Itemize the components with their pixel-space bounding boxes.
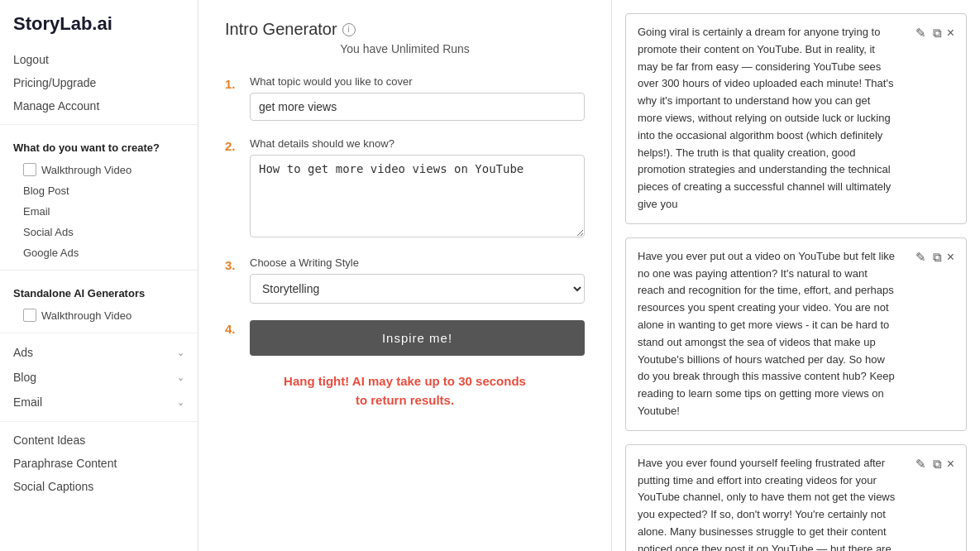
email-label: Email [23, 205, 50, 218]
sidebar-item-blog-post[interactable]: Blog Post [0, 180, 198, 201]
sidebar-item-walkthrough-video[interactable]: Walkthrough Video [0, 159, 198, 180]
step-1: 1. What topic would you like to cover [225, 75, 585, 121]
pricing-link[interactable]: Pricing/Upgrade [0, 71, 198, 94]
edit-icon-3[interactable]: ✎ [914, 455, 928, 473]
checkbox-standalone-walkthrough[interactable] [23, 309, 36, 322]
blog-chevron-icon: ⌄ [177, 372, 184, 383]
unlimited-label: You have Unlimited Runs [225, 42, 585, 55]
close-icon-1[interactable]: × [947, 26, 954, 41]
email-chevron-icon: ⌄ [177, 397, 184, 408]
result-text-3: Have you ever found yourself feeling fru… [638, 455, 896, 551]
manage-account-link[interactable]: Manage Account [0, 94, 198, 117]
result-text-1: Going viral is certainly a dream for any… [638, 24, 896, 213]
divider-4 [0, 421, 198, 422]
google-ads-label: Google Ads [23, 247, 79, 259]
writing-style-select[interactable]: Storytelling Informative Conversational … [250, 274, 585, 304]
paraphrase-content-link[interactable]: Paraphrase Content [0, 452, 198, 475]
email-collapse-label: Email [13, 395, 42, 409]
result-card-2: Have you ever put out a video on YouTube… [625, 237, 967, 431]
close-icon-2[interactable]: × [947, 250, 954, 265]
social-captions-link[interactable]: Social Captions [0, 475, 198, 498]
page-title-row: Intro Generator i [225, 20, 585, 39]
result-card-3: Have you ever found yourself feeling fru… [625, 444, 967, 551]
step-3: 3. Choose a Writing Style Storytelling I… [225, 256, 585, 304]
step-label-2: What details should we know? [250, 137, 585, 150]
walkthrough-video-label: Walkthrough Video [41, 164, 131, 176]
page-title: Intro Generator [225, 20, 337, 39]
divider-1 [0, 124, 198, 125]
step-number-2: 2. [225, 137, 241, 153]
sidebar: StoryLab.ai Logout Pricing/Upgrade Manag… [0, 0, 198, 551]
email-collapsible[interactable]: Email ⌄ [0, 390, 198, 414]
result-actions-2: ✎ ⧉ × [905, 248, 954, 420]
close-icon-3[interactable]: × [947, 457, 954, 472]
result-actions-3: ✎ ⧉ × [905, 455, 954, 551]
step-number-3: 3. [225, 256, 241, 272]
step-number-4: 4. [225, 320, 241, 336]
result-actions-1: ✎ ⧉ × [905, 24, 954, 213]
divider-3 [0, 333, 198, 333]
details-input[interactable]: How to get more video views on YouTube [250, 155, 585, 237]
social-ads-label: Social Ads [23, 226, 74, 238]
sidebar-item-social-ads[interactable]: Social Ads [0, 222, 198, 242]
sidebar-item-standalone-walkthrough[interactable]: Walkthrough Video [0, 304, 198, 326]
topic-input[interactable] [250, 93, 585, 121]
wait-message: Hang tight! AI may take up to 30 seconds… [225, 372, 585, 410]
ads-chevron-icon: ⌄ [177, 347, 184, 358]
step-number-1: 1. [225, 75, 241, 91]
result-card-1: Going viral is certainly a dream for any… [625, 13, 967, 224]
logo: StoryLab.ai [0, 13, 198, 48]
logout-link[interactable]: Logout [0, 48, 198, 71]
copy-icon-1[interactable]: ⧉ [931, 24, 944, 42]
edit-icon-2[interactable]: ✎ [914, 248, 928, 266]
blog-collapsible[interactable]: Blog ⌄ [0, 365, 198, 390]
sidebar-item-google-ads[interactable]: Google Ads [0, 242, 198, 263]
standalone-title: Standalone AI Generators [0, 277, 198, 304]
result-text-2: Have you ever put out a video on YouTube… [638, 248, 896, 420]
checkbox-walkthrough[interactable] [23, 163, 36, 176]
step-4: 4. Inspire me! [225, 320, 585, 356]
sidebar-item-email[interactable]: Email [0, 201, 198, 222]
content-ideas-link[interactable]: Content Ideas [0, 429, 198, 452]
blog-post-label: Blog Post [23, 184, 69, 197]
divider-2 [0, 270, 198, 271]
main-content: Intro Generator i You have Unlimited Run… [198, 0, 980, 551]
step-label-3: Choose a Writing Style [250, 256, 585, 269]
copy-icon-2[interactable]: ⧉ [931, 248, 944, 266]
form-panel: Intro Generator i You have Unlimited Run… [198, 0, 612, 551]
blog-label: Blog [13, 371, 36, 384]
standalone-walkthrough-label: Walkthrough Video [41, 309, 131, 322]
step-label-1: What topic would you like to cover [250, 75, 585, 88]
step-2: 2. What details should we know? How to g… [225, 137, 585, 240]
ads-collapsible[interactable]: Ads ⌄ [0, 340, 198, 365]
info-icon[interactable]: i [342, 23, 356, 36]
results-panel: Going viral is certainly a dream for any… [612, 0, 980, 551]
copy-icon-3[interactable]: ⧉ [931, 455, 944, 473]
ads-label: Ads [13, 346, 33, 359]
what-create-title: What do you want to create? [0, 132, 198, 159]
inspire-button[interactable]: Inspire me! [250, 320, 585, 356]
edit-icon-1[interactable]: ✎ [914, 24, 928, 42]
